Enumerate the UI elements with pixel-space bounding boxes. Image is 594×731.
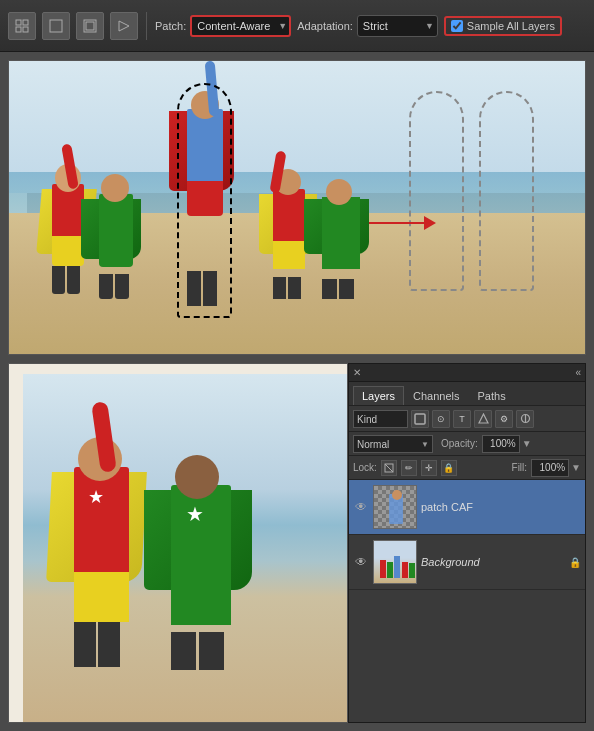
- lock-all[interactable]: 🔒: [441, 460, 457, 476]
- bottom-shorts-yellow: [74, 572, 129, 622]
- tb-fig1: [380, 560, 386, 578]
- lock-image[interactable]: ✏: [401, 460, 417, 476]
- layer-filter-smart[interactable]: ⚙: [495, 410, 513, 428]
- fill-input[interactable]: [531, 459, 569, 477]
- layer-visibility-patch-caf[interactable]: 👁: [353, 499, 369, 515]
- svg-rect-1: [23, 20, 28, 25]
- shorts-yellow-left: [52, 236, 84, 266]
- bottom-figure-green: ★: [159, 455, 249, 670]
- sample-all-layers-wrapper: Sample All Layers: [444, 16, 562, 36]
- layer-name-background: Background: [421, 556, 565, 568]
- tb-fig2: [387, 562, 393, 578]
- layer-thumb-patch-caf: [373, 485, 417, 529]
- top-image-panel[interactable]: [8, 60, 586, 355]
- svg-marker-8: [479, 414, 488, 423]
- figure-green-right: [314, 179, 369, 299]
- layers-close-button[interactable]: ✕: [353, 367, 361, 378]
- layer-item-background[interactable]: 👁 Background 🔒: [349, 535, 585, 590]
- fill-label: Fill:: [512, 462, 528, 473]
- svg-rect-3: [23, 27, 28, 32]
- layer-filter-adjust[interactable]: ⊙: [432, 410, 450, 428]
- thumb-background-photo: [374, 541, 416, 583]
- selection-outline: [177, 83, 232, 318]
- leg-right-2: [115, 274, 129, 299]
- tool-btn-3[interactable]: [110, 12, 138, 40]
- lock-transparent[interactable]: [381, 460, 397, 476]
- svg-rect-2: [16, 27, 21, 32]
- tab-channels[interactable]: Channels: [404, 386, 468, 405]
- layer-visibility-background[interactable]: 👁: [353, 554, 369, 570]
- adaptation-select[interactable]: Strict Very Strict Medium Loose Very Loo…: [357, 15, 438, 37]
- svg-rect-0: [16, 20, 21, 25]
- tb-fig3: [394, 556, 400, 578]
- tool-btn-1[interactable]: [42, 12, 70, 40]
- layer-item-patch-caf[interactable]: 👁 patch CAF: [349, 480, 585, 535]
- shorts-yellow-right: [273, 241, 305, 269]
- shorts-green-left: [99, 239, 133, 267]
- layers-kind-row: Kind ⊙ T ⚙: [349, 406, 585, 432]
- leg-left-4: [273, 277, 286, 299]
- layers-panel: ✕ « Layers Channels Paths Kind: [348, 363, 586, 723]
- layer-lock-icon-background: 🔒: [569, 556, 581, 568]
- tb-fig5: [409, 563, 415, 578]
- fill-arrow[interactable]: ▼: [571, 462, 581, 473]
- tb-fig4: [402, 562, 408, 578]
- layer-filter-type[interactable]: T: [453, 410, 471, 428]
- tool-btn-2[interactable]: [76, 12, 104, 40]
- bottom-white-left: [9, 364, 23, 722]
- bottom-image-panel[interactable]: ★ ★: [8, 363, 348, 723]
- layers-titlebar: ✕ «: [349, 364, 585, 382]
- svg-line-12: [385, 464, 393, 472]
- layers-tabs: Layers Channels Paths: [349, 382, 585, 406]
- layer-thumb-background: [373, 540, 417, 584]
- toolbar-sep-1: [146, 12, 147, 40]
- blend-select-wrapper: Normal ▼: [353, 434, 433, 454]
- sample-all-layers-checkbox[interactable]: [451, 20, 463, 32]
- kind-select-wrapper: Kind: [353, 409, 408, 429]
- svg-rect-4: [50, 20, 62, 32]
- bottom-leg-r-yellow: [98, 622, 120, 667]
- toolbar: Patch: Content-Aware Normal ▼ Adaptation…: [0, 0, 594, 52]
- figure-green-left: [91, 174, 141, 299]
- fill-control: ▼: [531, 459, 581, 477]
- selection-ghost-2: [479, 91, 534, 291]
- layer-filter-toggle[interactable]: [516, 410, 534, 428]
- thumb-head-patch: [392, 490, 402, 500]
- patch-group: Patch: Content-Aware Normal ▼: [155, 15, 291, 37]
- patch-select-wrapper: Content-Aware Normal ▼: [190, 15, 291, 37]
- adaptation-select-wrapper: Strict Very Strict Medium Loose Very Loo…: [357, 15, 438, 37]
- opacity-label: Opacity:: [441, 438, 478, 449]
- svg-rect-7: [415, 414, 425, 424]
- arrow-line: [369, 222, 424, 224]
- bottom-leg-l-green: [171, 632, 196, 670]
- leg-right-5: [339, 279, 354, 299]
- patch-tool-icon[interactable]: [8, 12, 36, 40]
- bottom-figure-yellow: ★: [64, 437, 144, 667]
- head-green-left: [101, 174, 129, 202]
- opacity-arrow[interactable]: ▼: [522, 438, 532, 449]
- kind-select[interactable]: Kind: [353, 410, 408, 428]
- leg-left-5: [322, 279, 337, 299]
- leg-left-1: [52, 266, 65, 294]
- layers-list: 👁 patch CAF 👁: [349, 480, 585, 590]
- layer-filter-shape[interactable]: [474, 410, 492, 428]
- layer-filter-photo[interactable]: [411, 410, 429, 428]
- sample-all-layers-label: Sample All Layers: [467, 20, 555, 32]
- layers-expand-button[interactable]: «: [575, 367, 581, 378]
- selection-ghost-1: [409, 91, 464, 291]
- layer-name-patch-caf: patch CAF: [421, 501, 581, 513]
- bottom-leg-l-yellow: [74, 622, 96, 667]
- opacity-control: ▼: [482, 435, 532, 453]
- blend-mode-select[interactable]: Normal: [353, 435, 433, 453]
- patch-select[interactable]: Content-Aware Normal: [190, 15, 291, 37]
- tab-paths[interactable]: Paths: [469, 386, 515, 405]
- tab-layers[interactable]: Layers: [353, 386, 404, 405]
- bottom-body-green: [171, 485, 231, 595]
- leg-left-2: [99, 274, 113, 299]
- star-yellow: ★: [86, 487, 106, 507]
- opacity-input[interactable]: [482, 435, 520, 453]
- bottom-row: ★ ★ ✕ «: [8, 363, 586, 723]
- adaptation-group: Adaptation: Strict Very Strict Medium Lo…: [297, 15, 438, 37]
- main-content: ★ ★ ✕ «: [0, 52, 594, 731]
- lock-position[interactable]: ✛: [421, 460, 437, 476]
